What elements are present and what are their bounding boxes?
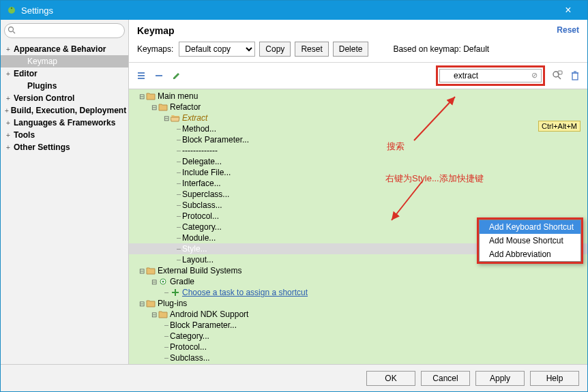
sidebar-item-label: Keymap — [27, 57, 57, 66]
tree-node[interactable]: ┄Include File... — [129, 167, 587, 178]
sidebar-search-input[interactable] — [4, 23, 125, 38]
keymaps-select[interactable]: Default copy — [179, 42, 255, 57]
tree-node[interactable]: ⊟Plug-ins — [129, 298, 587, 309]
close-icon[interactable]: × — [555, 4, 582, 16]
tree-node[interactable]: ⊟Gradle — [129, 276, 587, 287]
expand-icon: + — [5, 119, 12, 127]
sidebar-item-keymap[interactable]: Keymap — [1, 55, 128, 67]
sidebar-item-languages-frameworks[interactable]: +Languages & Frameworks — [1, 117, 128, 129]
sidebar-item-other-settings[interactable]: +Other Settings — [1, 141, 128, 153]
clear-search-icon[interactable]: ⊘ — [529, 71, 539, 80]
svg-point-17 — [162, 281, 164, 283]
find-action-by-shortcut-icon[interactable] — [552, 70, 563, 81]
tree-node-label: Block Parameter... — [170, 320, 237, 330]
sidebar-item-build-execution-deployment[interactable]: +Build, Execution, Deployment — [1, 104, 128, 117]
tree-toggle-icon[interactable]: ⊟ — [163, 115, 170, 122]
tree-node[interactable]: ┄Block Parameter... — [129, 320, 587, 331]
tree-node[interactable]: ⊟External Build Systems — [129, 265, 587, 276]
tree-search-input[interactable] — [439, 69, 542, 82]
based-on-label: Based on keymap: Default — [393, 44, 489, 54]
tree-node[interactable]: ┄Block Parameter... — [129, 134, 587, 145]
tree-node-label: Interface... — [182, 179, 221, 188]
tree-toggle-icon: ┄ — [175, 158, 182, 166]
sidebar-item-appearance-behavior[interactable]: +Appearance & Behavior — [1, 43, 128, 55]
tree-node-label: Delegate... — [182, 157, 222, 166]
tree-node[interactable]: ┄------------- — [129, 145, 587, 156]
collapse-all-icon[interactable] — [153, 70, 164, 81]
tree-toggle-icon[interactable]: ⊟ — [151, 104, 158, 111]
sidebar-item-editor[interactable]: +Editor — [1, 67, 128, 80]
tree-node[interactable]: ┄Interface... — [129, 178, 587, 189]
tree-node-label: Category... — [182, 222, 222, 232]
sidebar-item-label: Appearance & Behavior — [14, 44, 106, 54]
tree-node[interactable]: ┄Delegate... — [129, 156, 587, 167]
delete-button[interactable]: Delete — [333, 42, 369, 57]
tree-toggle-icon: ┄ — [175, 213, 182, 220]
tree-toggle-icon[interactable]: ⊟ — [138, 93, 145, 100]
sidebar-item-label: Editor — [14, 69, 38, 78]
context-menu-item[interactable]: Add Mouse Shortcut — [480, 234, 580, 247]
edit-icon[interactable] — [171, 70, 182, 81]
expand-icon: + — [5, 95, 12, 102]
tree-node-label: Category... — [170, 331, 209, 341]
keymap-tree: ⊟Main menu⊟Refactor⊟Extract┄Method...┄Bl… — [129, 89, 587, 364]
context-menu: Add Keyboard ShortcutAdd Mouse ShortcutA… — [477, 217, 583, 264]
folder-open-icon — [171, 114, 180, 122]
tree-node-label: Module... — [182, 233, 216, 243]
titlebar: Settings × — [1, 1, 587, 20]
tree-node[interactable]: ┄Protocol... — [129, 342, 587, 352]
svg-rect-13 — [572, 73, 578, 80]
svg-rect-7 — [156, 75, 162, 76]
reset-link[interactable]: Reset — [557, 25, 579, 36]
tree-toggle-icon[interactable]: ⊟ — [138, 300, 145, 307]
sidebar-item-plugins[interactable]: Plugins — [1, 80, 128, 92]
reset-button[interactable]: Reset — [295, 42, 328, 57]
tree-toggle-icon: ┄ — [175, 147, 182, 155]
sidebar: +Appearance & BehaviorKeymap+EditorPlugi… — [1, 20, 129, 364]
tree-node-label: Subclass... — [182, 200, 222, 210]
tree-toggle-icon[interactable]: ⊟ — [151, 311, 158, 318]
tree-toggle-icon: ┄ — [175, 256, 182, 264]
tree-node[interactable]: ⊟Main menu — [129, 91, 587, 102]
tree-toggle-icon[interactable]: ⊟ — [138, 267, 145, 275]
sidebar-item-tools[interactable]: +Tools — [1, 129, 128, 141]
expand-icon: + — [5, 107, 9, 115]
tree-node[interactable]: ┄Method... — [129, 123, 587, 134]
svg-line-3 — [13, 31, 15, 33]
tree-node-label: Extract — [182, 113, 207, 123]
context-menu-item[interactable]: Add Keyboard Shortcut — [480, 220, 580, 234]
trash-icon[interactable] — [570, 70, 580, 81]
tree-node-label: Layout... — [182, 255, 214, 265]
tree-node[interactable]: ┄Subclass... — [129, 200, 587, 211]
tree-node[interactable]: ┄Superclass... — [129, 189, 587, 200]
cancel-button[interactable]: Cancel — [421, 371, 470, 386]
context-menu-item[interactable]: Add Abbreviation — [480, 247, 580, 261]
tree-node[interactable]: ⊟Android Support — [129, 363, 587, 364]
help-button[interactable]: Help — [530, 371, 579, 386]
tree-node[interactable]: ⊟Extract — [129, 112, 587, 123]
copy-button[interactable]: Copy — [259, 42, 291, 57]
tree-node-label: Subclass... — [170, 353, 210, 363]
search-icon — [8, 26, 16, 34]
apply-button[interactable]: Apply — [475, 371, 525, 386]
folder-icon — [146, 299, 156, 307]
sidebar-item-version-control[interactable]: +Version Control — [1, 92, 128, 104]
tree-node[interactable]: ⊟Refactor — [129, 102, 587, 112]
sidebar-nav: +Appearance & BehaviorKeymap+EditorPlugi… — [1, 42, 128, 364]
expand-all-icon[interactable] — [136, 70, 147, 81]
tree-toggle-icon: ┄ — [175, 169, 182, 177]
keymaps-label: Keymaps: — [137, 44, 173, 54]
tree-node[interactable]: ┄Category... — [129, 331, 587, 342]
expand-icon: + — [5, 144, 12, 151]
tree-toggle-icon[interactable]: ⊟ — [151, 278, 158, 286]
sidebar-search — [1, 20, 128, 42]
svg-point-2 — [9, 27, 14, 32]
tree-node-label: ------------- — [182, 146, 218, 155]
ok-button[interactable]: OK — [366, 371, 415, 386]
plus-icon — [171, 288, 180, 297]
tree-node[interactable]: ┄Choose a task to assign a shortcut — [129, 287, 587, 298]
tree-node[interactable]: ┄Subclass... — [129, 352, 587, 363]
tree-node[interactable]: ⊟Android NDK Support — [129, 309, 587, 320]
tree-node-label: External Build Systems — [158, 266, 241, 275]
tree-node-label: Include File... — [182, 168, 231, 177]
